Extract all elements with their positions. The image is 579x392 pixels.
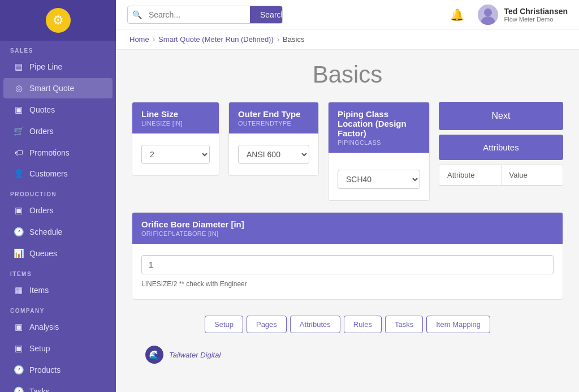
line-size-body: 2 4 6 8: [132, 133, 219, 175]
user-name: Ted Christiansen: [504, 7, 568, 16]
sidebar-section-production: PRODUCTION: [0, 184, 116, 200]
orifice-card-header: Orifice Bore Diameter [in] ORIFICEPLATEB…: [132, 213, 563, 244]
sidebar-item-items[interactable]: ▦ Items: [3, 280, 113, 300]
sidebar-item-schedule[interactable]: 🕐 Schedule: [3, 222, 113, 242]
breadcrumb-current: Basics: [283, 35, 304, 44]
piping-class-title: Piping Class Location (Design Factor): [338, 109, 420, 138]
next-button[interactable]: Next: [439, 102, 563, 130]
sidebar-label-tasks: Tasks: [29, 387, 50, 392]
piping-select-wrap: SCH40 SCH80 SCH160: [338, 170, 420, 189]
tab-setup[interactable]: Setup: [205, 316, 243, 333]
header: 🔍 Search 🔔 Ted Christiansen Flow Meter D…: [116, 0, 579, 29]
footer-logo-icon: 🌊: [145, 346, 163, 364]
search-container: 🔍 Search: [127, 6, 283, 24]
sidebar-icon-orders-prod: ▣: [14, 205, 24, 216]
page-body: Basics Line Size LINESIZE [IN] 2 4 6 8: [116, 50, 579, 381]
sidebar-item-pipeline[interactable]: ▤ Pipe Line: [3, 57, 113, 77]
sidebar-icon-queues: 📊: [14, 248, 24, 259]
breadcrumb-smart-quote[interactable]: Smart Quote (Meter Run (Defined)): [158, 35, 274, 44]
orifice-card: Orifice Bore Diameter [in] ORIFICEPLATEB…: [132, 212, 563, 300]
orifice-title: Orifice Bore Diameter [in]: [141, 219, 554, 229]
svg-point-1: [484, 8, 492, 16]
sidebar-icon-customers: 👤: [14, 169, 24, 179]
tab-pages[interactable]: Pages: [247, 316, 287, 333]
sidebar-item-quotes[interactable]: ▣ Quotes: [3, 100, 113, 120]
orifice-input[interactable]: [141, 255, 554, 274]
line-size-subtitle: LINESIZE [IN]: [141, 120, 210, 127]
tab-item-mapping[interactable]: Item Mapping: [426, 316, 490, 333]
piping-class-select[interactable]: SCH40 SCH80 SCH160: [338, 170, 420, 189]
notification-icon[interactable]: 🔔: [450, 8, 464, 21]
sidebar-label-items: Items: [29, 286, 49, 295]
attr-col-attribute: Attribute: [439, 165, 502, 185]
line-size-select[interactable]: 2 4 6 8: [141, 145, 210, 164]
sidebar-label-quotes: Quotes: [29, 105, 55, 114]
piping-class-card: Piping Class Location (Design Factor) PI…: [328, 102, 430, 201]
right-panel: Next Attributes Attribute Value: [439, 102, 563, 186]
outer-end-card: Outer End Type OUTERENDTYPE ANSI 600 ANS…: [228, 102, 319, 176]
outer-end-subtitle: OUTERENDTYPE: [238, 120, 309, 127]
sidebar-item-orders-prod[interactable]: ▣ Orders: [3, 200, 113, 221]
sidebar-logo: ⚙: [0, 0, 116, 41]
attributes-button[interactable]: Attributes: [439, 135, 563, 160]
sidebar-item-queues[interactable]: 📊 Queues: [3, 243, 113, 264]
outer-end-select[interactable]: ANSI 600 ANSI 300 ANSI 150: [238, 145, 309, 164]
sidebar-label-pipeline: Pipe Line: [29, 62, 62, 71]
sidebar-label-orders-prod: Orders: [29, 206, 54, 215]
sidebar-icon-orders-sales: 🛒: [14, 126, 24, 136]
sidebar-label-analysis: Analysis: [29, 322, 59, 331]
sidebar-label-schedule: Schedule: [29, 227, 62, 236]
sidebar-item-setup[interactable]: ▣ Setup: [3, 338, 113, 359]
sidebar-label-smartquote: Smart Quote: [29, 84, 74, 93]
sidebar-item-promotions[interactable]: 🏷 Promotions: [3, 143, 113, 162]
tab-rules[interactable]: Rules: [344, 316, 382, 333]
sidebar-item-products[interactable]: 🕐 Products: [3, 360, 113, 380]
page-title: Basics: [132, 61, 563, 88]
main-area: 🔍 Search 🔔 Ted Christiansen Flow Meter D…: [116, 0, 579, 392]
user-role: Flow Meter Demo: [504, 16, 568, 23]
sidebar-icon-analysis: ▣: [14, 322, 24, 332]
sidebar-label-setup: Setup: [29, 344, 50, 353]
attr-col-value: Value: [502, 165, 563, 185]
sidebar-section-sales: SALES: [0, 41, 116, 56]
line-size-card-header: Line Size LINESIZE [IN]: [132, 102, 219, 133]
tab-attributes[interactable]: Attributes: [290, 316, 340, 333]
search-button[interactable]: Search: [250, 6, 283, 23]
outer-end-title: Outer End Type: [238, 109, 309, 119]
sidebar-icon-tasks: 🕐: [14, 386, 24, 392]
breadcrumb: Home › Smart Quote (Meter Run (Defined))…: [116, 29, 579, 50]
tab-tasks[interactable]: Tasks: [385, 316, 423, 333]
line-size-card: Line Size LINESIZE [IN] 2 4 6 8: [132, 102, 219, 176]
sidebar-item-smartquote[interactable]: ◎ Smart Quote: [3, 78, 113, 98]
sidebar-icon-schedule: 🕐: [14, 227, 24, 237]
search-icon: 🔍: [128, 10, 146, 19]
sidebar-icon-promotions: 🏷: [14, 148, 24, 157]
sidebar-icon-smartquote: ◎: [14, 83, 24, 93]
attribute-table: Attribute Value: [439, 165, 563, 186]
breadcrumb-sep-1: ›: [153, 35, 155, 44]
sidebar-item-orders-sales[interactable]: 🛒 Orders: [3, 121, 113, 141]
sidebar-label-products: Products: [29, 365, 61, 374]
outer-end-body: ANSI 600 ANSI 300 ANSI 150: [229, 133, 318, 175]
content-area: Home › Smart Quote (Meter Run (Defined))…: [116, 29, 579, 392]
sidebar-label-promotions: Promotions: [29, 148, 70, 157]
sidebar-icon-quotes: ▣: [14, 105, 24, 115]
sidebar-icon-setup: ▣: [14, 343, 24, 354]
avatar: [478, 5, 498, 25]
sidebar-item-analysis[interactable]: ▣ Analysis: [3, 317, 113, 337]
search-input[interactable]: [146, 7, 250, 23]
breadcrumb-sep-2: ›: [277, 35, 279, 44]
bottom-tabs: SetupPagesAttributesRulesTasksItem Mappi…: [132, 309, 563, 342]
line-size-title: Line Size: [141, 109, 210, 119]
sidebar-icon-items: ▦: [14, 285, 24, 295]
piping-class-card-header: Piping Class Location (Design Factor) PI…: [329, 102, 429, 153]
breadcrumb-home[interactable]: Home: [129, 35, 149, 44]
orifice-body: LINESIZE/2 ** check with Engineer: [132, 244, 563, 299]
piping-class-subtitle: PIPINGCLASS: [338, 139, 420, 146]
user-section[interactable]: Ted Christiansen Flow Meter Demo: [478, 5, 568, 25]
sidebar-section-company: COMPANY: [0, 301, 116, 316]
sidebar-item-customers[interactable]: 👤 Customers: [3, 163, 113, 184]
sidebar-item-tasks[interactable]: 🕐 Tasks: [3, 381, 113, 392]
cards-top: Line Size LINESIZE [IN] 2 4 6 8: [132, 102, 563, 201]
sidebar-label-customers: Customers: [29, 169, 68, 178]
